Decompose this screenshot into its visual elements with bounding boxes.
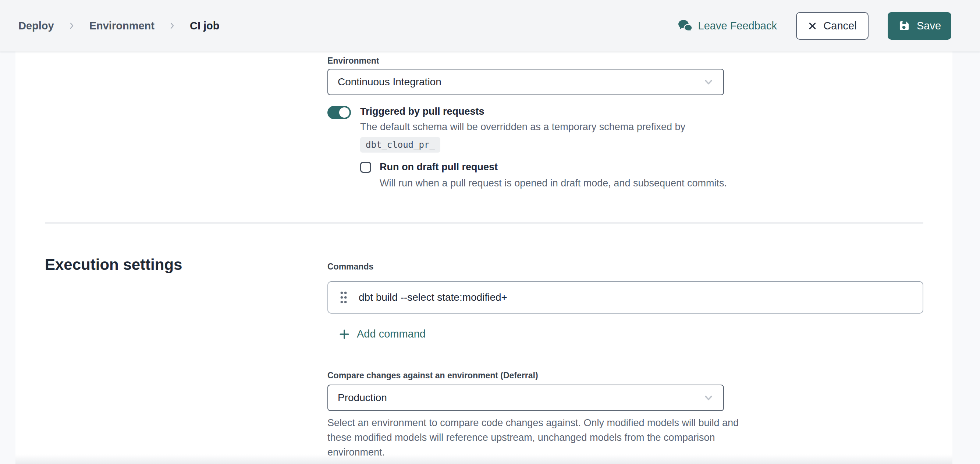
toggle-knob [339, 107, 350, 118]
draft-pr-description: Will run when a pull request is opened i… [380, 176, 727, 190]
breadcrumb-deploy[interactable]: Deploy [18, 20, 54, 32]
save-button-label: Save [917, 20, 941, 32]
pr-trigger-row: Triggered by pull requests The default s… [328, 105, 685, 153]
save-button[interactable]: Save [888, 12, 951, 40]
draft-pr-row: Run on draft pull request Will run when … [360, 160, 727, 190]
chevron-down-icon [703, 76, 714, 88]
chevron-right-icon [67, 21, 76, 30]
save-floppy-icon [898, 19, 910, 32]
draft-pr-texts: Run on draft pull request Will run when … [380, 160, 727, 190]
cancel-button[interactable]: Cancel [796, 12, 869, 40]
breadcrumb: Deploy Environment CI job [18, 20, 219, 32]
top-bar: Deploy Environment CI job Leave Feedback… [0, 0, 980, 51]
pr-trigger-toggle[interactable] [328, 106, 351, 119]
draft-pr-checkbox[interactable] [360, 162, 371, 173]
command-input-row[interactable]: dbt build --select state:modified+ [328, 281, 923, 314]
draft-pr-label: Run on draft pull request [380, 160, 727, 173]
execution-settings-title: Execution settings [45, 256, 182, 273]
breadcrumb-environment[interactable]: Environment [89, 20, 154, 32]
deferral-select[interactable]: Production [328, 385, 724, 411]
plus-icon [339, 328, 350, 340]
commands-label: Commands [328, 262, 373, 272]
cancel-button-label: Cancel [823, 20, 856, 32]
pr-trigger-texts: Triggered by pull requests The default s… [360, 105, 685, 153]
chevron-right-icon [168, 21, 177, 30]
drag-handle-icon[interactable] [339, 290, 348, 305]
settings-content: Environment Continuous Integration Trigg… [16, 51, 952, 464]
add-command-label: Add command [357, 328, 426, 340]
close-x-icon [808, 21, 817, 30]
pr-trigger-description: The default schema will be overridden as… [360, 120, 685, 134]
leave-feedback-label: Leave Feedback [698, 20, 777, 32]
add-command-button[interactable]: Add command [339, 328, 426, 340]
deferral-select-value: Production [338, 392, 387, 404]
feedback-chat-bubbles-icon [677, 19, 693, 33]
pr-trigger-label: Triggered by pull requests [360, 105, 685, 118]
schema-prefix-chip: dbt_cloud_pr_ [360, 137, 440, 153]
deferral-help-text: Select an environment to compare code ch… [328, 415, 751, 459]
leave-feedback-link[interactable]: Leave Feedback [677, 19, 777, 33]
chevron-down-icon [703, 392, 714, 404]
environment-select[interactable]: Continuous Integration [328, 69, 724, 95]
breadcrumb-ci-job: CI job [190, 20, 220, 32]
deferral-label: Compare changes against an environment (… [328, 370, 538, 381]
environment-select-value: Continuous Integration [338, 76, 441, 88]
environment-field-label: Environment [328, 56, 379, 66]
command-input-value[interactable]: dbt build --select state:modified+ [359, 292, 507, 304]
section-divider [45, 222, 923, 224]
topbar-actions: Leave Feedback Cancel Save [677, 12, 951, 40]
